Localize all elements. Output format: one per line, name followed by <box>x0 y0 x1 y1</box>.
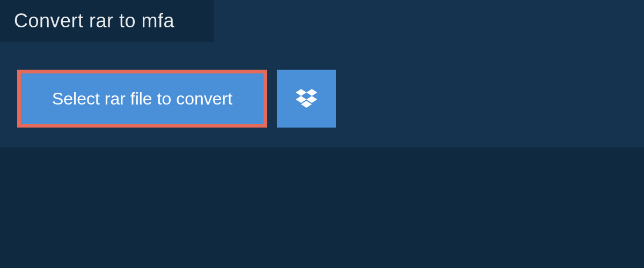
dropbox-button[interactable] <box>277 70 336 128</box>
svg-marker-1 <box>306 89 317 96</box>
svg-marker-0 <box>296 89 306 96</box>
action-button-row: Select rar file to convert <box>17 70 336 128</box>
dropbox-icon <box>296 89 317 108</box>
title-tab: Convert rar to mfa <box>0 0 214 42</box>
select-file-button[interactable]: Select rar file to convert <box>17 70 267 128</box>
select-file-label: Select rar file to convert <box>52 89 232 109</box>
page-title: Convert rar to mfa <box>14 10 194 32</box>
converter-panel: Convert rar to mfa Select rar file to co… <box>0 0 644 147</box>
